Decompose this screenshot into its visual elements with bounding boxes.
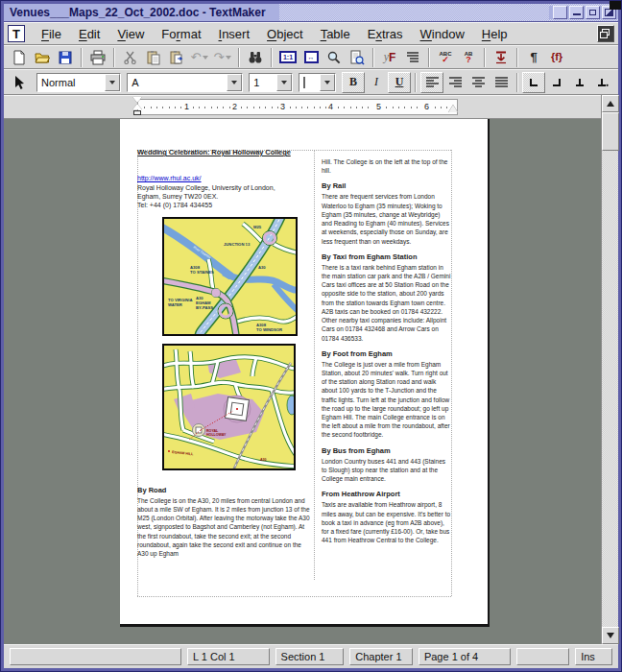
print-preview-button[interactable] bbox=[346, 47, 369, 68]
align-center-button[interactable] bbox=[466, 72, 490, 93]
insert-field-button[interactable]: yF bbox=[378, 47, 401, 68]
section-heading: By Rail bbox=[322, 181, 451, 190]
save-button[interactable] bbox=[54, 47, 77, 68]
italic-button[interactable]: I bbox=[365, 72, 388, 93]
font-color-combobox[interactable] bbox=[299, 73, 336, 92]
spell-check-button[interactable]: ABC✓ bbox=[434, 47, 457, 68]
menu-view[interactable]: View bbox=[108, 24, 153, 44]
style-combobox[interactable]: Normal bbox=[36, 73, 121, 92]
tab-left-icon bbox=[528, 77, 539, 88]
indent-marker-right[interactable] bbox=[448, 105, 458, 112]
redo-button[interactable]: ↷ bbox=[211, 47, 234, 68]
vertical-scrollbar[interactable] bbox=[601, 95, 618, 644]
object-mode-button[interactable] bbox=[8, 72, 31, 93]
section-heading: From Heathrow Airport bbox=[322, 490, 451, 498]
title-bar[interactable]: Venues___Maps_22_Oct_2002.doc - TextMake… bbox=[4, 4, 618, 22]
bottom-margin-guide bbox=[137, 596, 451, 597]
spell-check-auto-icon: AB? bbox=[465, 51, 473, 64]
font-dropdown-button[interactable] bbox=[227, 74, 242, 91]
college-link[interactable]: http://www.rhul.ac.uk/ bbox=[137, 175, 313, 181]
ruler-number: 5 bbox=[374, 102, 383, 111]
font-combobox[interactable]: A bbox=[127, 73, 243, 92]
arrow-up-icon bbox=[607, 101, 614, 107]
font-size-dropdown-button[interactable] bbox=[276, 74, 292, 91]
tab-left-button[interactable] bbox=[522, 72, 545, 93]
align-center-icon bbox=[471, 76, 486, 88]
align-left-button[interactable] bbox=[420, 72, 443, 93]
font-color-dropdown-button[interactable] bbox=[320, 74, 335, 91]
section-by-foot: By Foot from Egham The College is just o… bbox=[322, 349, 451, 440]
open-button[interactable] bbox=[31, 47, 54, 68]
cut-button[interactable] bbox=[119, 47, 142, 68]
zoom-button[interactable] bbox=[323, 47, 346, 68]
minimize-button[interactable] bbox=[569, 6, 584, 19]
undo-icon: ↶ bbox=[191, 51, 202, 63]
show-formatting-button[interactable]: ¶ bbox=[522, 47, 545, 68]
menu-bar: T FileEditViewFormatInsertObjectTableExt… bbox=[4, 22, 618, 45]
spell-check-icon: ABC✓ bbox=[440, 51, 452, 64]
new-document-button[interactable] bbox=[8, 47, 31, 68]
ruler-band[interactable]: 123456 bbox=[137, 99, 458, 115]
separator bbox=[484, 48, 486, 67]
style-dropdown-button[interactable] bbox=[105, 74, 120, 91]
ne-road-label2: TO STAINES bbox=[190, 270, 214, 275]
find-button[interactable] bbox=[244, 47, 267, 68]
font-size-combobox[interactable]: 1 bbox=[249, 73, 293, 92]
section-by-taxi: By Taxi from Egham Station There is a ta… bbox=[322, 252, 451, 343]
document-restore-button[interactable] bbox=[597, 25, 614, 42]
zoom-100-button[interactable]: 1:1 bbox=[276, 47, 299, 68]
redo-dropdown-icon[interactable] bbox=[226, 56, 231, 60]
align-right-button[interactable] bbox=[443, 72, 466, 93]
scroll-up-button[interactable] bbox=[602, 95, 619, 112]
shade-button[interactable] bbox=[553, 6, 567, 19]
menu-file[interactable]: File bbox=[33, 24, 70, 44]
college-label2: HOLLOWAY bbox=[206, 433, 227, 437]
underline-button[interactable]: U bbox=[388, 72, 411, 93]
document-page[interactable]: Wedding Celebration: Royal Holloway Coll… bbox=[120, 119, 490, 627]
section-by-rail: By Rail There are frequent services from… bbox=[322, 181, 451, 245]
menu-help[interactable]: Help bbox=[473, 24, 516, 44]
status-insert-mode[interactable]: Ins bbox=[575, 648, 612, 665]
a30-label: A30 bbox=[258, 265, 266, 270]
menu-extras[interactable]: Extras bbox=[359, 24, 412, 44]
align-justify-button[interactable] bbox=[490, 72, 513, 93]
menu-window[interactable]: Window bbox=[412, 24, 473, 44]
document-system-menu-button[interactable]: T bbox=[8, 25, 25, 42]
section-heading: By Foot from Egham bbox=[322, 349, 451, 358]
copy-button[interactable] bbox=[142, 47, 165, 68]
undo-dropdown-icon[interactable] bbox=[203, 56, 208, 60]
intro-paragraph: Hill. The College is on the left at the … bbox=[322, 157, 451, 175]
menu-table[interactable]: Table bbox=[312, 24, 359, 44]
formula-icon: {f} bbox=[551, 52, 562, 62]
window-title: Venues___Maps_22_Oct_2002.doc - TextMake… bbox=[4, 4, 279, 21]
tab-center-button[interactable] bbox=[568, 72, 591, 93]
right-margin-guide bbox=[451, 150, 452, 596]
maximize-button[interactable] bbox=[586, 6, 600, 19]
chevron-down-icon bbox=[324, 81, 330, 84]
paste-button[interactable] bbox=[165, 47, 188, 68]
bold-button[interactable]: B bbox=[342, 72, 365, 93]
redo-icon: ↷ bbox=[214, 51, 225, 63]
insert-formula-button[interactable]: {f} bbox=[545, 47, 568, 68]
undo-button[interactable]: ↶ bbox=[188, 47, 211, 68]
scroll-down-button[interactable] bbox=[602, 627, 619, 644]
menu-insert[interactable]: Insert bbox=[210, 24, 259, 44]
clipboard-paste-icon bbox=[169, 50, 184, 65]
a30-label: A30 bbox=[260, 458, 267, 462]
font-color-value bbox=[299, 77, 320, 88]
underline-icon: U bbox=[395, 75, 404, 89]
fit-width-button[interactable]: ↔ bbox=[299, 47, 323, 68]
tab-decimal-button[interactable] bbox=[591, 72, 614, 93]
hyphenation-button[interactable] bbox=[490, 47, 513, 68]
spell-check-auto-button[interactable]: AB? bbox=[457, 47, 480, 68]
font-value: A bbox=[128, 77, 227, 88]
menu-format[interactable]: Format bbox=[153, 24, 209, 44]
menu-object[interactable]: Object bbox=[258, 24, 312, 44]
scrollbar-thumb[interactable] bbox=[602, 112, 619, 151]
left-column: Wedding Celebration: Royal Holloway Coll… bbox=[137, 148, 313, 558]
indent-marker-left[interactable] bbox=[132, 97, 142, 118]
menu-edit[interactable]: Edit bbox=[70, 24, 108, 44]
tab-right-button[interactable] bbox=[545, 72, 568, 93]
print-button[interactable] bbox=[86, 47, 109, 68]
paragraph-settings-button[interactable] bbox=[401, 47, 424, 68]
